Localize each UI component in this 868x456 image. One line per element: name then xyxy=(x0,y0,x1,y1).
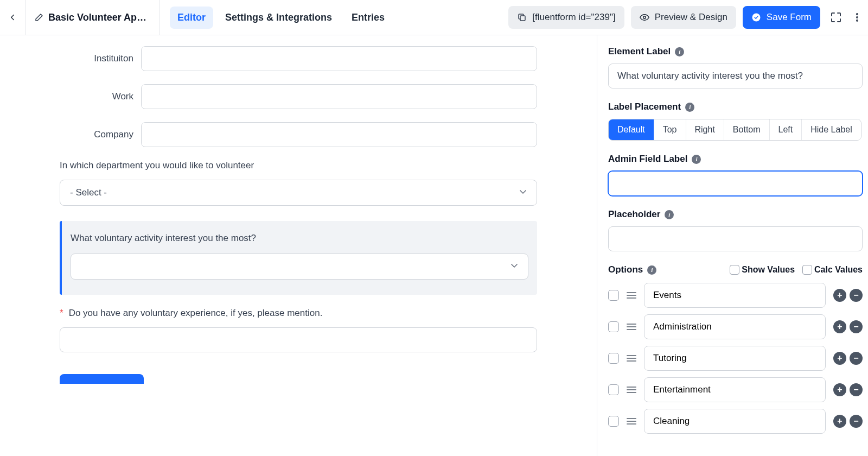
option-row: +− xyxy=(608,283,863,308)
form-title-text: Basic Volunteer Appl… xyxy=(48,12,151,23)
option-add-button[interactable]: + xyxy=(833,383,846,396)
save-label: Save Form xyxy=(767,12,812,23)
option-add-button[interactable]: + xyxy=(833,352,846,365)
drag-handle-icon[interactable] xyxy=(627,324,636,330)
option-row: +− xyxy=(608,377,863,402)
svg-point-1 xyxy=(643,16,646,19)
field-company-label: Company xyxy=(60,129,141,140)
option-remove-button[interactable]: − xyxy=(850,383,863,396)
calc-values-toggle[interactable]: Calc Values xyxy=(802,265,863,275)
settings-sidebar: Element Label i Label Placement i Defaul… xyxy=(597,35,868,456)
field-institution-label: Instituiton xyxy=(60,53,141,64)
field-experience-input[interactable] xyxy=(60,327,537,352)
option-add-button[interactable]: + xyxy=(833,289,846,302)
field-work-input[interactable] xyxy=(141,84,537,109)
options-title: Options i xyxy=(608,264,656,275)
option-add-button[interactable]: + xyxy=(833,320,846,333)
option-default-checkbox[interactable] xyxy=(608,321,619,332)
svg-point-2 xyxy=(752,14,760,22)
placeholder-title: Placeholder i xyxy=(608,209,863,220)
admin-label-title: Admin Field Label i xyxy=(608,154,863,164)
option-default-checkbox[interactable] xyxy=(608,353,619,364)
field-work-label: Work xyxy=(60,91,141,102)
drag-handle-icon[interactable] xyxy=(627,355,636,362)
field-institution-input[interactable] xyxy=(141,46,537,71)
preview-label: Preview & Design xyxy=(655,12,727,23)
field-department-label: In which department you would like to vo… xyxy=(60,160,537,171)
option-row: +− xyxy=(608,314,863,339)
field-activity-select[interactable] xyxy=(71,254,528,280)
svg-rect-0 xyxy=(520,16,525,21)
back-button[interactable] xyxy=(0,0,25,35)
field-department[interactable]: In which department you would like to vo… xyxy=(60,160,537,206)
field-work[interactable]: Work xyxy=(60,84,537,109)
drag-handle-icon[interactable] xyxy=(627,418,636,425)
submit-button-partial[interactable] xyxy=(60,374,144,384)
copy-icon xyxy=(517,12,527,22)
label-placement-left[interactable]: Left xyxy=(769,119,802,140)
label-placement-top[interactable]: Top xyxy=(654,119,686,140)
svg-point-3 xyxy=(857,14,858,15)
option-remove-button[interactable]: − xyxy=(850,415,863,428)
tab-editor[interactable]: Editor xyxy=(170,7,213,29)
save-button[interactable]: Save Form xyxy=(743,6,820,29)
element-label-title: Element Label i xyxy=(608,46,863,57)
form-canvas[interactable]: Instituiton Work Company In which depart… xyxy=(0,35,597,456)
info-icon[interactable]: i xyxy=(685,103,694,112)
check-circle-icon xyxy=(751,12,761,22)
label-placement-hide-label[interactable]: Hide Label xyxy=(801,119,861,140)
option-default-checkbox[interactable] xyxy=(608,290,619,301)
option-remove-button[interactable]: − xyxy=(850,320,863,333)
label-placement-title: Label Placement i xyxy=(608,102,863,112)
eye-icon xyxy=(640,12,649,22)
field-activity-selected[interactable]: What voluntary activity interest you the… xyxy=(60,221,537,295)
shortcode-button[interactable]: [fluentform id="239"] xyxy=(508,6,624,29)
field-department-select[interactable]: - Select - xyxy=(60,180,537,206)
field-company[interactable]: Company xyxy=(60,122,537,147)
field-experience-label: *Do you have any voluntary experience, i… xyxy=(60,308,537,319)
option-value-input[interactable] xyxy=(644,346,826,371)
option-add-button[interactable]: + xyxy=(833,415,846,428)
option-default-checkbox[interactable] xyxy=(608,416,619,427)
field-experience[interactable]: *Do you have any voluntary experience, i… xyxy=(60,308,537,352)
more-vertical-icon xyxy=(852,12,863,23)
label-placement-default[interactable]: Default xyxy=(609,119,654,140)
preview-button[interactable]: Preview & Design xyxy=(631,6,736,29)
drag-handle-icon[interactable] xyxy=(627,387,636,393)
element-label-input[interactable] xyxy=(608,64,863,88)
drag-handle-icon[interactable] xyxy=(627,292,636,299)
placeholder-input[interactable] xyxy=(608,226,863,251)
fullscreen-button[interactable] xyxy=(827,8,845,27)
shortcode-text: [fluentform id="239"] xyxy=(532,12,615,23)
fullscreen-icon xyxy=(829,11,843,24)
form-title[interactable]: Basic Volunteer Appl… xyxy=(25,0,160,35)
info-icon[interactable]: i xyxy=(665,210,674,219)
option-row: +− xyxy=(608,346,863,371)
option-value-input[interactable] xyxy=(644,377,826,402)
label-placement-bottom[interactable]: Bottom xyxy=(724,119,769,140)
label-placement-right[interactable]: Right xyxy=(686,119,724,140)
field-company-input[interactable] xyxy=(141,122,537,147)
tab-settings[interactable]: Settings & Integrations xyxy=(218,7,340,29)
option-value-input[interactable] xyxy=(644,283,826,308)
label-placement-segmented: DefaultTopRightBottomLeftHide Label xyxy=(608,119,861,141)
more-menu-button[interactable] xyxy=(852,8,863,27)
admin-label-input[interactable] xyxy=(608,171,863,196)
option-default-checkbox[interactable] xyxy=(608,384,619,395)
option-value-input[interactable] xyxy=(644,409,826,434)
option-row: +− xyxy=(608,409,863,434)
pencil-icon xyxy=(34,12,44,22)
option-remove-button[interactable]: − xyxy=(850,289,863,302)
tab-entries[interactable]: Entries xyxy=(344,7,392,29)
svg-point-5 xyxy=(857,20,858,22)
field-institution[interactable]: Instituiton xyxy=(60,46,537,71)
svg-point-4 xyxy=(857,17,858,18)
option-value-input[interactable] xyxy=(644,314,826,339)
show-values-toggle[interactable]: Show Values xyxy=(730,265,795,275)
info-icon[interactable]: i xyxy=(692,155,701,164)
info-icon[interactable]: i xyxy=(675,47,684,56)
info-icon[interactable]: i xyxy=(647,265,656,275)
option-remove-button[interactable]: − xyxy=(850,352,863,365)
field-activity-label: What voluntary activity interest you the… xyxy=(71,233,528,244)
